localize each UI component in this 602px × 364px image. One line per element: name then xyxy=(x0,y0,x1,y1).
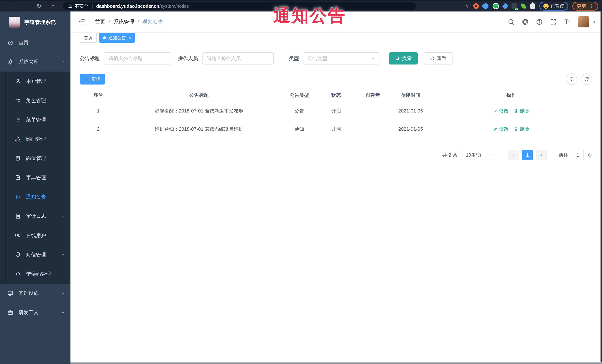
sidebar-logo[interactable]: 芋道管理系统 xyxy=(0,11,70,33)
sidebar-item-label: 审计日志 xyxy=(26,213,46,219)
extension-leaf-icon[interactable] xyxy=(521,3,526,9)
plus-icon xyxy=(85,77,89,81)
sidebar-item-dictionary[interactable]: 字典管理 xyxy=(0,168,70,187)
sidebar-item-online-users[interactable]: 在线用户 xyxy=(0,226,70,245)
sidebar-item-audit-log[interactable]: 审计日志 xyxy=(0,207,70,226)
sidebar-item-system[interactable]: 系统管理 xyxy=(0,52,70,72)
user-icon xyxy=(15,78,21,84)
column-header: 创建时间 xyxy=(391,92,430,98)
active-tab-dot xyxy=(103,36,106,39)
sidebar-item-roles[interactable]: 角色管理 xyxy=(0,91,70,110)
org-tree-icon xyxy=(15,136,21,142)
delete-link[interactable]: 删除 xyxy=(514,126,529,132)
bookmark-star-icon[interactable]: ☆ xyxy=(465,3,469,9)
browser-scrollbar[interactable] xyxy=(601,11,602,364)
page-unit-label: 页 xyxy=(588,152,592,158)
sidebar-item-dev-tools[interactable]: 研发工具 xyxy=(0,303,70,322)
sidebar-item-home[interactable]: 首页 xyxy=(0,33,70,52)
sidebar-submenu-system: 用户管理 角色管理 菜单管理 部门管理 xyxy=(0,72,70,284)
url-path: /system/notice xyxy=(159,3,189,9)
search-icon[interactable] xyxy=(508,18,515,25)
sidebar-item-infrastructure[interactable]: 基础设施 xyxy=(0,284,70,303)
pagination-total: 共 2 条 xyxy=(442,152,457,158)
current-page-button[interactable]: 1 xyxy=(522,150,533,160)
edit-link[interactable]: 修改 xyxy=(493,126,509,132)
reset-button[interactable]: 重置 xyxy=(424,52,452,64)
extension-green-circle-icon[interactable] xyxy=(493,3,499,9)
sidebar-item-label: 系统管理 xyxy=(19,59,39,65)
profile-paused-chip[interactable]: 已暂停 xyxy=(539,2,568,10)
avatar-caret-icon[interactable]: ▾ xyxy=(593,20,595,24)
add-button[interactable]: 新增 xyxy=(80,74,105,84)
tab-close-icon[interactable]: × xyxy=(128,36,131,40)
browser-forward-icon[interactable]: → xyxy=(18,1,32,11)
page-size-value: 10条/页 xyxy=(466,152,482,158)
sidebar-item-label: 首页 xyxy=(19,39,29,46)
help-icon[interactable] xyxy=(536,18,543,25)
title-filter-input[interactable] xyxy=(104,52,171,64)
browser-update-button[interactable]: 更新 ⋮ xyxy=(572,2,598,10)
sidebar-item-posts[interactable]: 岗位管理 xyxy=(0,149,70,168)
next-page-button[interactable] xyxy=(536,150,547,160)
browser-extensions-area: ☆ on 已暂停 更新 ⋮ xyxy=(465,2,598,10)
font-size-icon[interactable] xyxy=(564,18,571,25)
top-navbar: 首页 / 系统管理 / 通知公告 ▾ xyxy=(70,11,602,33)
announcement-icon xyxy=(15,194,21,200)
edit-link[interactable]: 修改 xyxy=(493,108,509,114)
browser-home-icon[interactable]: ⌂ xyxy=(46,1,60,11)
breadcrumb-system[interactable]: 系统管理 xyxy=(114,18,134,25)
app-title: 芋道管理系统 xyxy=(24,19,56,26)
column-header: 公告类型 xyxy=(281,92,318,98)
chevron-down-icon xyxy=(489,153,493,157)
extension-switch-icon[interactable]: on xyxy=(512,3,517,9)
sidebar-item-users[interactable]: 用户管理 xyxy=(0,72,70,91)
fullscreen-icon[interactable] xyxy=(550,18,557,25)
breadcrumb-current: 通知公告 xyxy=(142,18,163,25)
tab-notice[interactable]: 通知公告 × xyxy=(99,33,135,43)
address-bar[interactable]: ⚠ 不安全 dashboard.yudao.iocoder.cn /system… xyxy=(63,2,416,10)
avatar[interactable] xyxy=(578,16,589,27)
url-separator xyxy=(92,3,93,9)
browser-back-icon[interactable]: ← xyxy=(4,1,18,11)
refresh-table-button[interactable] xyxy=(581,73,592,85)
cell-no: 1 xyxy=(80,108,117,114)
toggle-search-button[interactable] xyxy=(566,73,578,85)
breadcrumb-home[interactable]: 首页 xyxy=(95,18,105,25)
extension-blue-gem-icon[interactable] xyxy=(502,3,508,9)
url-host: dashboard.yudao.iocoder.cn xyxy=(96,3,159,9)
operator-filter-input[interactable] xyxy=(202,52,274,64)
sidebar-menu: 首页 系统管理 用户管理 角色管理 xyxy=(0,33,70,322)
breadcrumb-separator: / xyxy=(138,19,139,25)
goto-page-input[interactable] xyxy=(572,150,584,160)
delete-link[interactable]: 删除 xyxy=(514,108,529,114)
sidebar-item-error-codes[interactable]: 错误码管理 xyxy=(0,264,70,284)
tab-home[interactable]: 首页 xyxy=(80,33,97,43)
main-panel: 首页 / 系统管理 / 通知公告 ▾ xyxy=(70,11,602,364)
extension-blue-drop-icon[interactable] xyxy=(482,2,490,10)
sidebar-item-label: 短信管理 xyxy=(26,251,46,258)
search-button[interactable]: 搜索 xyxy=(389,52,418,64)
github-icon[interactable] xyxy=(522,18,529,25)
chevron-down-icon xyxy=(371,56,375,61)
window-bottom-edge xyxy=(70,362,602,364)
type-filter-select[interactable]: 公告类型 xyxy=(303,52,379,64)
table-row: 1 温馨提醒：2018-07-01 若依新版本发布啦 公告 开启 2021-01… xyxy=(80,102,592,120)
overflow-menu-icon[interactable]: ⋮ xyxy=(589,3,594,9)
browser-reload-icon[interactable]: ↻ xyxy=(32,1,46,11)
id-badge-icon xyxy=(15,155,21,161)
sidebar-fold-icon[interactable] xyxy=(78,18,85,26)
sidebar-item-departments[interactable]: 部门管理 xyxy=(0,129,70,149)
cell-status: 开启 xyxy=(318,108,355,114)
trash-icon xyxy=(514,109,518,113)
sidebar-item-menus[interactable]: 菜单管理 xyxy=(0,110,70,129)
not-secure-label[interactable]: 不安全 xyxy=(75,3,88,9)
sidebar-item-notice[interactable]: 通知公告 xyxy=(0,187,70,207)
extensions-puzzle-icon[interactable] xyxy=(530,3,535,9)
page-size-select[interactable]: 10条/页 xyxy=(461,150,496,160)
prev-page-button[interactable] xyxy=(508,150,518,160)
not-secure-warning-icon: ⚠ xyxy=(68,3,72,9)
refresh-icon xyxy=(584,77,589,82)
extension-orange-ring-icon[interactable] xyxy=(473,3,479,9)
sidebar-item-sms[interactable]: 短信管理 xyxy=(0,245,70,264)
tags-view-bar: 首页 通知公告 × xyxy=(70,33,602,43)
